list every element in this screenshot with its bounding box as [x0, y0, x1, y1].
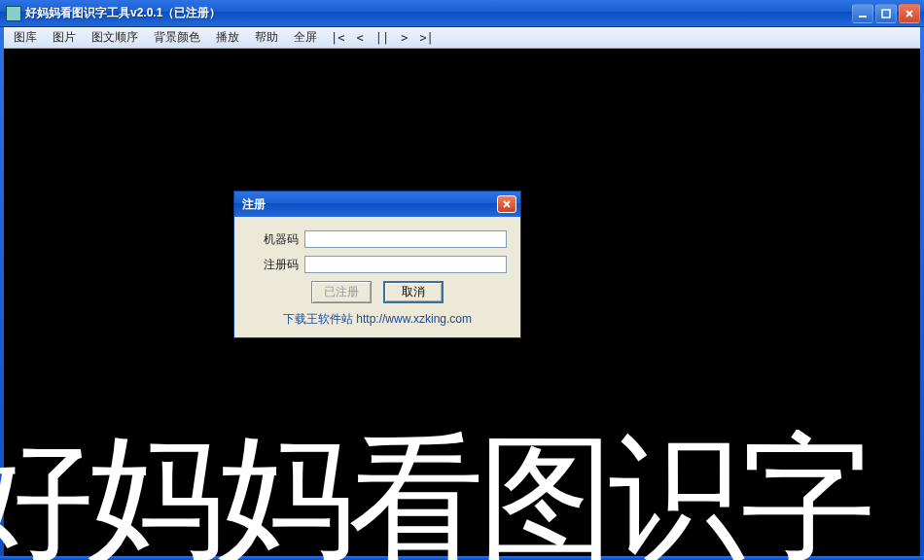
reg-code-field[interactable] — [304, 256, 507, 273]
dialog-body: 机器码 注册码 已注册 取消 下载王软件站 http://www.xzking.… — [234, 217, 520, 337]
ctrl-prev[interactable]: < — [350, 29, 369, 47]
menu-order[interactable]: 图文顺序 — [84, 27, 146, 48]
main-titlebar: 好妈妈看图识字工具v2.0.1（已注册） — [0, 0, 924, 27]
frame-border — [920, 27, 924, 560]
minimize-icon — [858, 9, 868, 18]
close-icon — [502, 199, 512, 209]
menu-help[interactable]: 帮助 — [247, 27, 286, 48]
label-machine-code: 机器码 — [248, 231, 299, 248]
download-link[interactable]: http://www.xzking.com — [356, 312, 472, 326]
ctrl-last[interactable]: >| — [413, 29, 439, 47]
svg-rect-0 — [859, 16, 867, 18]
close-icon — [905, 9, 914, 18]
menu-bgcolor[interactable]: 背景颜色 — [146, 27, 208, 48]
machine-code-field[interactable] — [304, 230, 507, 248]
ctrl-first[interactable]: |< — [325, 29, 350, 47]
maximize-icon — [881, 9, 891, 18]
ctrl-next[interactable]: > — [395, 29, 413, 47]
close-button[interactable] — [899, 4, 920, 23]
app-title: 好妈妈看图识字工具v2.0.1（已注册） — [25, 5, 850, 21]
label-reg-code: 注册码 — [248, 257, 299, 273]
menubar: 图库 图片 图文顺序 背景颜色 播放 帮助 全屏 |< < || > >| — [0, 27, 924, 49]
registered-button[interactable]: 已注册 — [311, 281, 372, 303]
menu-library[interactable]: 图库 — [6, 27, 45, 48]
register-dialog: 注册 机器码 注册码 已注册 取消 下载王软件站 http://www.xzki… — [233, 191, 521, 338]
maximize-button[interactable] — [875, 4, 897, 23]
menu-image[interactable]: 图片 — [45, 27, 84, 48]
banner-text: 好妈妈看图识字 — [0, 430, 873, 560]
dialog-close-button[interactable] — [497, 195, 516, 213]
menu-play[interactable]: 播放 — [208, 27, 247, 48]
row-machine-code: 机器码 — [248, 230, 507, 248]
app-icon — [6, 6, 21, 21]
link-prefix: 下载王软件站 — [283, 312, 356, 326]
dialog-link-row: 下载王软件站 http://www.xzking.com — [248, 311, 507, 328]
menu-fullscreen[interactable]: 全屏 — [286, 27, 325, 48]
dialog-button-row: 已注册 取消 — [248, 281, 507, 303]
dialog-titlebar[interactable]: 注册 — [234, 192, 520, 217]
row-reg-code: 注册码 — [248, 256, 507, 273]
svg-rect-1 — [882, 10, 890, 18]
cancel-button[interactable]: 取消 — [383, 281, 444, 303]
ctrl-pause[interactable]: || — [370, 29, 395, 47]
minimize-button[interactable] — [852, 4, 873, 23]
dialog-title: 注册 — [242, 196, 497, 213]
